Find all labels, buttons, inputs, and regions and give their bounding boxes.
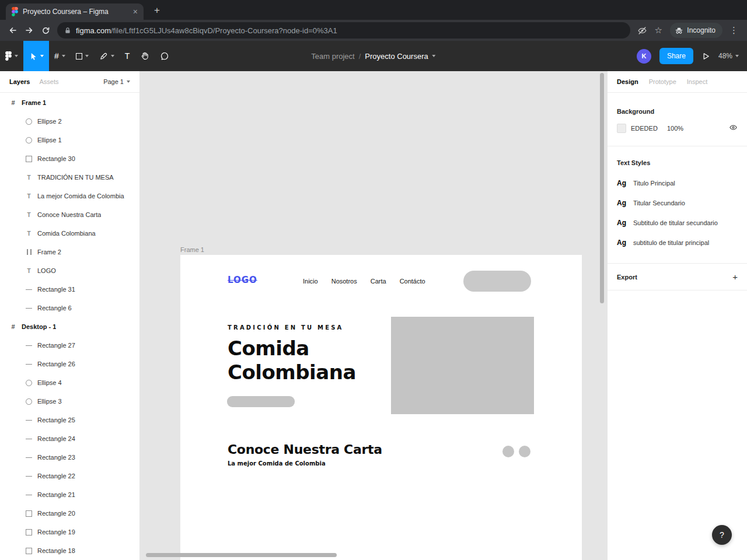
tab-layers[interactable]: Layers: [9, 78, 30, 85]
tab-design[interactable]: Design: [617, 78, 638, 85]
design-nav-item[interactable]: Contácto: [400, 278, 425, 285]
layer-row[interactable]: Rectangle 18: [0, 541, 139, 560]
design-nav-item[interactable]: Carta: [371, 278, 386, 285]
browser-menu-button[interactable]: ⋮: [726, 22, 742, 38]
chevron-down-icon: [111, 55, 114, 57]
design-nav-item[interactable]: Nosotros: [331, 278, 357, 285]
lock-icon: [64, 27, 71, 34]
add-export-button[interactable]: +: [732, 272, 738, 282]
text-style-row[interactable]: Ag subtitulo de titular principal: [617, 233, 738, 253]
design-dot-placeholder[interactable]: [502, 446, 514, 457]
text-style-row[interactable]: Ag Titular Secundario: [617, 193, 738, 213]
layer-row[interactable]: TRADICIÓN EN TU MESA: [0, 168, 139, 187]
design-logo-text[interactable]: LOGO: [228, 275, 257, 285]
background-opacity-value[interactable]: 100%: [667, 125, 696, 132]
vertical-scrollbar[interactable]: [600, 73, 604, 303]
visibility-off-button[interactable]: [634, 22, 650, 38]
layer-row[interactable]: Rectangle 27: [0, 336, 139, 355]
text-style-row[interactable]: Ag Subtitulo de titular secundario: [617, 213, 738, 233]
tab-prototype[interactable]: Prototype: [649, 78, 676, 85]
page-selector[interactable]: Page 1: [103, 78, 130, 85]
layer-row[interactable]: Rectangle 23: [0, 448, 139, 467]
color-swatch[interactable]: [617, 124, 626, 133]
layer-row[interactable]: Frame 1: [0, 93, 139, 112]
hand-tool-button[interactable]: [135, 41, 155, 71]
layer-type-icon: [25, 211, 33, 219]
tab-inspect[interactable]: Inspect: [687, 78, 707, 85]
canvas[interactable]: Frame 1 LOGO Inicio Nosotros Carta Contá…: [140, 71, 607, 560]
layer-row[interactable]: Frame 2: [0, 243, 139, 261]
design-frame[interactable]: LOGO Inicio Nosotros Carta Contácto TRAD…: [180, 255, 582, 560]
bookmark-button[interactable]: ☆: [650, 22, 666, 38]
design-button-placeholder[interactable]: [463, 271, 531, 292]
browser-tab[interactable]: Proyecto Coursera – Figma ×: [6, 4, 144, 20]
layer-row[interactable]: Ellipse 2: [0, 112, 139, 131]
layer-row[interactable]: Ellipse 3: [0, 392, 139, 411]
chevron-down-icon: [62, 55, 65, 57]
reload-button[interactable]: [37, 22, 54, 38]
incognito-badge: Incognito: [670, 23, 722, 38]
rectangle-tool-icon: [76, 53, 82, 60]
url-bar[interactable]: figma.com/file/Lftf1cG5LJUs4aw8cBiqvD/Pr…: [57, 22, 630, 38]
text-style-row[interactable]: Ag Titulo Principal: [617, 173, 738, 193]
background-hex-value[interactable]: EDEDED: [631, 125, 667, 132]
close-tab-icon[interactable]: ×: [133, 8, 138, 16]
present-play-icon[interactable]: [701, 52, 710, 61]
new-tab-button[interactable]: +: [151, 4, 163, 17]
layer-row[interactable]: Ellipse 4: [0, 373, 139, 392]
avatar[interactable]: K: [637, 49, 651, 64]
design-eyebrow-text[interactable]: TRADICIÓN EN TU MESA: [228, 324, 344, 331]
tab-assets[interactable]: Assets: [39, 78, 58, 85]
main-menu-button[interactable]: [0, 41, 23, 71]
layer-row[interactable]: Desktop - 1: [0, 317, 139, 336]
chevron-down-icon: [735, 55, 739, 57]
layer-row[interactable]: Rectangle 30: [0, 149, 139, 168]
frame-tool-button[interactable]: #: [49, 41, 71, 71]
design-nav-item[interactable]: Inicio: [303, 278, 318, 285]
breadcrumb-file[interactable]: Proyecto Coursera: [365, 52, 428, 61]
layer-row[interactable]: Rectangle 24: [0, 429, 139, 448]
layer-row[interactable]: Conoce Nuestra Carta: [0, 205, 139, 224]
forward-button[interactable]: [21, 22, 37, 38]
design-small-pill-placeholder[interactable]: [227, 396, 295, 407]
breadcrumb-team[interactable]: Team project: [311, 52, 354, 61]
share-button[interactable]: Share: [659, 48, 693, 64]
layer-row[interactable]: Ellipse 1: [0, 131, 139, 149]
text-style-sample: Ag: [617, 199, 627, 207]
shape-tool-button[interactable]: [71, 41, 94, 71]
layer-row[interactable]: Rectangle 21: [0, 485, 139, 504]
comment-tool-button[interactable]: [155, 41, 174, 71]
frame-name-label[interactable]: Frame 1: [180, 246, 204, 253]
back-button[interactable]: [5, 22, 21, 38]
move-tool-button[interactable]: [23, 41, 49, 71]
text-style-sample: Ag: [617, 219, 627, 227]
layer-row[interactable]: Rectangle 25: [0, 411, 139, 429]
zoom-control[interactable]: 48%: [718, 52, 739, 60]
visibility-toggle[interactable]: [729, 123, 738, 133]
horizontal-scrollbar[interactable]: [146, 553, 337, 557]
layer-row[interactable]: Comida Colombiana: [0, 224, 139, 243]
design-section-title[interactable]: Conoce Nuestra Carta: [228, 442, 382, 457]
frame-tool-icon: #: [54, 51, 59, 61]
help-button[interactable]: ?: [712, 525, 732, 545]
layer-row[interactable]: Rectangle 26: [0, 355, 139, 373]
layer-row[interactable]: La mejor Comida de Colombia: [0, 187, 139, 205]
design-dot-placeholder[interactable]: [519, 446, 530, 457]
text-tool-button[interactable]: T: [120, 41, 135, 71]
layer-row[interactable]: Rectangle 20: [0, 504, 139, 523]
layer-row[interactable]: Rectangle 22: [0, 467, 139, 485]
star-icon: ☆: [655, 25, 662, 36]
forward-arrow-icon: [25, 26, 34, 35]
pen-tool-button[interactable]: [94, 41, 120, 71]
chevron-down-icon[interactable]: [432, 55, 436, 57]
layer-row[interactable]: LOGO: [0, 261, 139, 280]
layer-row[interactable]: Rectangle 19: [0, 523, 139, 541]
layer-row[interactable]: Rectangle 31: [0, 280, 139, 299]
layer-row[interactable]: Rectangle 6: [0, 299, 139, 317]
background-color-row: EDEDED 100%: [617, 123, 738, 133]
layer-type-icon: [25, 416, 33, 424]
design-image-placeholder[interactable]: [391, 317, 534, 414]
layer-label: TRADICIÓN EN TU MESA: [37, 174, 114, 181]
design-section-subtitle[interactable]: La mejor Comida de Colombia: [228, 460, 326, 467]
design-title-text[interactable]: Comida Colombiana: [228, 337, 374, 384]
